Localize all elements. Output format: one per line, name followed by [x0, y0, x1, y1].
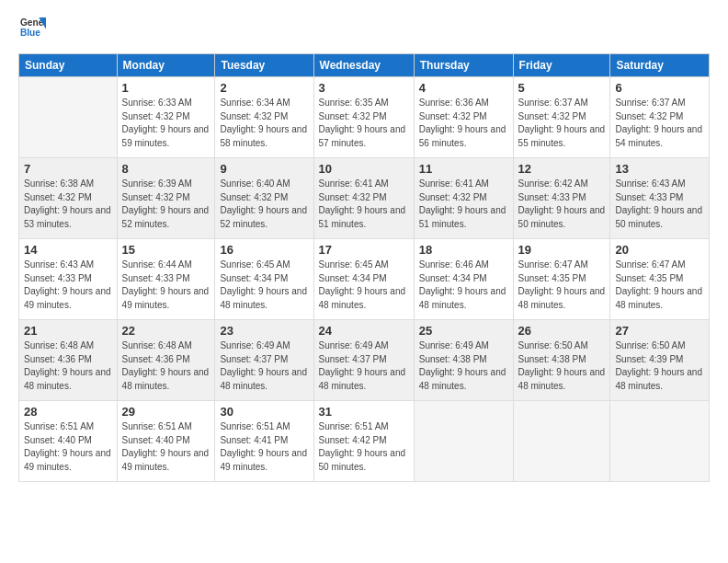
- day-info: Sunrise: 6:51 AMSunset: 4:40 PMDaylight:…: [122, 420, 210, 474]
- day-number: 9: [220, 162, 308, 176]
- day-number: 27: [615, 324, 704, 338]
- calendar-cell: 6Sunrise: 6:37 AMSunset: 4:32 PMDaylight…: [610, 77, 710, 158]
- day-info: Sunrise: 6:42 AMSunset: 4:33 PMDaylight:…: [518, 178, 606, 231]
- logo: General Blue: [18, 15, 46, 44]
- weekday-header-monday: Monday: [117, 54, 215, 77]
- day-number: 1: [122, 81, 210, 95]
- calendar-cell: [414, 401, 513, 482]
- day-number: 26: [518, 324, 606, 338]
- day-number: 25: [419, 324, 508, 338]
- calendar-cell: 10Sunrise: 6:41 AMSunset: 4:32 PMDayligh…: [313, 158, 414, 239]
- day-number: 12: [518, 162, 606, 176]
- day-number: 8: [122, 162, 210, 176]
- day-number: 31: [319, 405, 409, 419]
- calendar-cell: 24Sunrise: 6:49 AMSunset: 4:37 PMDayligh…: [313, 320, 414, 401]
- calendar-cell: 12Sunrise: 6:42 AMSunset: 4:33 PMDayligh…: [513, 158, 610, 239]
- day-number: 29: [122, 405, 210, 419]
- calendar-cell: 1Sunrise: 6:33 AMSunset: 4:32 PMDaylight…: [117, 77, 215, 158]
- day-info: Sunrise: 6:43 AMSunset: 4:33 PMDaylight:…: [24, 259, 112, 312]
- day-info: Sunrise: 6:33 AMSunset: 4:32 PMDaylight:…: [122, 97, 210, 150]
- day-number: 21: [24, 324, 112, 338]
- calendar-week-row: 28Sunrise: 6:51 AMSunset: 4:40 PMDayligh…: [19, 401, 710, 482]
- day-number: 6: [615, 81, 704, 95]
- calendar-cell: 2Sunrise: 6:34 AMSunset: 4:32 PMDaylight…: [215, 77, 313, 158]
- calendar-cell: 3Sunrise: 6:35 AMSunset: 4:32 PMDaylight…: [313, 77, 414, 158]
- weekday-header-wednesday: Wednesday: [313, 54, 414, 77]
- day-info: Sunrise: 6:48 AMSunset: 4:36 PMDaylight:…: [24, 339, 112, 393]
- day-info: Sunrise: 6:49 AMSunset: 4:37 PMDaylight:…: [319, 339, 409, 393]
- calendar-cell: 14Sunrise: 6:43 AMSunset: 4:33 PMDayligh…: [19, 239, 118, 320]
- day-info: Sunrise: 6:41 AMSunset: 4:32 PMDaylight:…: [319, 178, 409, 231]
- calendar-cell: 18Sunrise: 6:46 AMSunset: 4:34 PMDayligh…: [414, 239, 513, 320]
- day-number: 15: [122, 243, 210, 257]
- day-number: 30: [220, 405, 308, 419]
- calendar-cell: 21Sunrise: 6:48 AMSunset: 4:36 PMDayligh…: [19, 320, 118, 401]
- day-info: Sunrise: 6:35 AMSunset: 4:32 PMDaylight:…: [319, 97, 409, 150]
- calendar-table: SundayMondayTuesdayWednesdayThursdayFrid…: [18, 53, 710, 482]
- calendar-cell: 28Sunrise: 6:51 AMSunset: 4:40 PMDayligh…: [19, 401, 118, 482]
- calendar-cell: 19Sunrise: 6:47 AMSunset: 4:35 PMDayligh…: [513, 239, 610, 320]
- day-number: 13: [615, 162, 704, 176]
- calendar-cell: [19, 77, 118, 158]
- day-info: Sunrise: 6:39 AMSunset: 4:32 PMDaylight:…: [122, 178, 210, 231]
- calendar-cell: 4Sunrise: 6:36 AMSunset: 4:32 PMDaylight…: [414, 77, 513, 158]
- day-number: 3: [319, 81, 409, 95]
- day-number: 2: [220, 81, 308, 95]
- header: General Blue: [18, 15, 710, 44]
- calendar-week-row: 21Sunrise: 6:48 AMSunset: 4:36 PMDayligh…: [19, 320, 710, 401]
- day-number: 22: [122, 324, 210, 338]
- day-number: 28: [24, 405, 112, 419]
- day-info: Sunrise: 6:50 AMSunset: 4:39 PMDaylight:…: [615, 339, 704, 393]
- day-info: Sunrise: 6:44 AMSunset: 4:33 PMDaylight:…: [122, 259, 210, 312]
- weekday-header-tuesday: Tuesday: [215, 54, 313, 77]
- day-info: Sunrise: 6:47 AMSunset: 4:35 PMDaylight:…: [615, 259, 704, 312]
- calendar-cell: 16Sunrise: 6:45 AMSunset: 4:34 PMDayligh…: [215, 239, 313, 320]
- calendar-cell: 29Sunrise: 6:51 AMSunset: 4:40 PMDayligh…: [117, 401, 215, 482]
- day-number: 23: [220, 324, 308, 338]
- svg-text:Blue: Blue: [20, 28, 40, 38]
- calendar-cell: 22Sunrise: 6:48 AMSunset: 4:36 PMDayligh…: [117, 320, 215, 401]
- day-info: Sunrise: 6:50 AMSunset: 4:38 PMDaylight:…: [518, 339, 606, 393]
- weekday-header-thursday: Thursday: [414, 54, 513, 77]
- day-info: Sunrise: 6:49 AMSunset: 4:38 PMDaylight:…: [419, 339, 508, 393]
- logo-icon: General Blue: [20, 15, 46, 40]
- day-number: 19: [518, 243, 606, 257]
- day-info: Sunrise: 6:48 AMSunset: 4:36 PMDaylight:…: [122, 339, 210, 393]
- calendar-cell: 7Sunrise: 6:38 AMSunset: 4:32 PMDaylight…: [19, 158, 118, 239]
- weekday-header-sunday: Sunday: [19, 54, 118, 77]
- weekday-header-friday: Friday: [513, 54, 610, 77]
- day-number: 24: [319, 324, 409, 338]
- day-info: Sunrise: 6:34 AMSunset: 4:32 PMDaylight:…: [220, 97, 308, 150]
- calendar-week-row: 7Sunrise: 6:38 AMSunset: 4:32 PMDaylight…: [19, 158, 710, 239]
- calendar-cell: 17Sunrise: 6:45 AMSunset: 4:34 PMDayligh…: [313, 239, 414, 320]
- calendar-cell: 30Sunrise: 6:51 AMSunset: 4:41 PMDayligh…: [215, 401, 313, 482]
- calendar-cell: 13Sunrise: 6:43 AMSunset: 4:33 PMDayligh…: [610, 158, 710, 239]
- calendar-cell: 25Sunrise: 6:49 AMSunset: 4:38 PMDayligh…: [414, 320, 513, 401]
- calendar-cell: 15Sunrise: 6:44 AMSunset: 4:33 PMDayligh…: [117, 239, 215, 320]
- calendar-cell: 23Sunrise: 6:49 AMSunset: 4:37 PMDayligh…: [215, 320, 313, 401]
- day-info: Sunrise: 6:49 AMSunset: 4:37 PMDaylight:…: [220, 339, 308, 393]
- day-number: 7: [24, 162, 112, 176]
- calendar-cell: 31Sunrise: 6:51 AMSunset: 4:42 PMDayligh…: [313, 401, 414, 482]
- day-info: Sunrise: 6:45 AMSunset: 4:34 PMDaylight:…: [319, 259, 409, 312]
- calendar-cell: 26Sunrise: 6:50 AMSunset: 4:38 PMDayligh…: [513, 320, 610, 401]
- weekday-header-saturday: Saturday: [610, 54, 710, 77]
- day-info: Sunrise: 6:41 AMSunset: 4:32 PMDaylight:…: [419, 178, 508, 231]
- calendar-cell: 5Sunrise: 6:37 AMSunset: 4:32 PMDaylight…: [513, 77, 610, 158]
- day-number: 10: [319, 162, 409, 176]
- day-info: Sunrise: 6:36 AMSunset: 4:32 PMDaylight:…: [419, 97, 508, 150]
- day-number: 16: [220, 243, 308, 257]
- day-info: Sunrise: 6:43 AMSunset: 4:33 PMDaylight:…: [615, 178, 704, 231]
- day-info: Sunrise: 6:51 AMSunset: 4:40 PMDaylight:…: [24, 420, 112, 474]
- day-info: Sunrise: 6:37 AMSunset: 4:32 PMDaylight:…: [518, 97, 606, 150]
- day-info: Sunrise: 6:45 AMSunset: 4:34 PMDaylight:…: [220, 259, 308, 312]
- page: General Blue SundayMondayTuesdayWednesda…: [0, 0, 728, 563]
- calendar-cell: 20Sunrise: 6:47 AMSunset: 4:35 PMDayligh…: [610, 239, 710, 320]
- day-number: 11: [419, 162, 508, 176]
- calendar-cell: 9Sunrise: 6:40 AMSunset: 4:32 PMDaylight…: [215, 158, 313, 239]
- day-info: Sunrise: 6:51 AMSunset: 4:42 PMDaylight:…: [319, 420, 409, 474]
- day-number: 18: [419, 243, 508, 257]
- day-number: 20: [615, 243, 704, 257]
- day-info: Sunrise: 6:40 AMSunset: 4:32 PMDaylight:…: [220, 178, 308, 231]
- day-number: 14: [24, 243, 112, 257]
